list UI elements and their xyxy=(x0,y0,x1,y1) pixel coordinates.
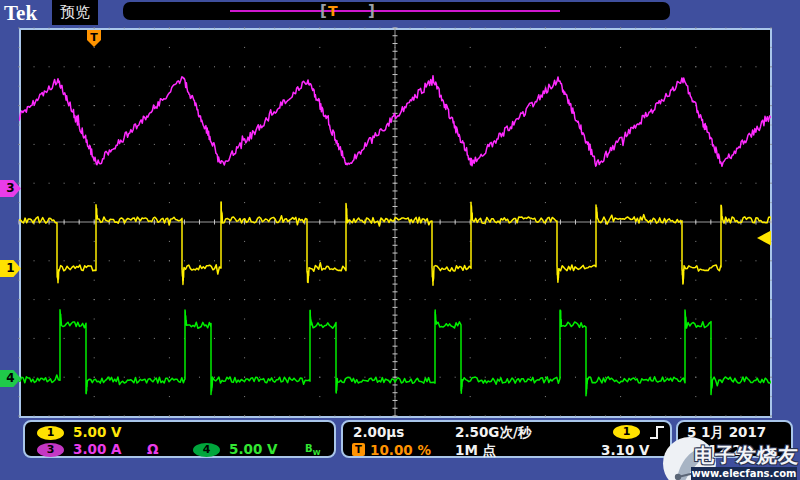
ch1-scale: 5.00 V xyxy=(73,424,121,440)
record-window-close-bracket: ] xyxy=(368,3,375,19)
tek-logo: Tek xyxy=(4,1,37,26)
date-label: 5 1月 2017 xyxy=(687,424,766,442)
waveform-display xyxy=(19,28,772,418)
ch1-badge: 1 xyxy=(37,426,64,440)
ch3-reference-marker: 3 xyxy=(0,180,21,197)
record-waveform-line xyxy=(230,10,560,12)
trigger-level: 3.10 V xyxy=(601,442,649,458)
sample-rate: 2.50G次/秒 xyxy=(455,424,531,442)
ch3-scale: 3.00 A xyxy=(73,441,121,457)
record-window-open-bracket: [ xyxy=(320,3,327,19)
ch3-impedance-indicator: Ω xyxy=(147,441,158,457)
trigger-position-percent: 10.00 % xyxy=(370,442,431,458)
time-label: 12:2 xyxy=(708,442,742,458)
ch4-badge: 4 xyxy=(193,443,220,457)
record-trigger-marker: T xyxy=(328,3,338,19)
record-view-strip: [ T ] xyxy=(123,2,670,20)
channel-scale-panel: 1 5.00 V 3 3.00 A Ω 4 5.00 V BW xyxy=(23,420,336,458)
ch1-reference-marker: 1 xyxy=(0,260,21,277)
horizontal-scale: 2.00μs xyxy=(353,424,404,440)
trigger-source-badge: 1 xyxy=(613,425,640,439)
ch3-badge: 3 xyxy=(37,443,64,457)
horizontal-trigger-panel: 2.00μs T 10.00 % 2.50G次/秒 1M 点 1 3.10 V xyxy=(341,420,672,458)
rising-edge-icon xyxy=(649,425,666,440)
trigger-position-icon: T xyxy=(352,443,365,456)
watermark-url: www.elecfans.com xyxy=(691,467,797,480)
date-time-panel: 5 1月 2017 12:2 xyxy=(676,420,793,458)
ch4-scale: 5.00 V xyxy=(229,441,277,457)
acquisition-status: 预览 xyxy=(52,0,98,25)
ch4-reference-marker: 4 xyxy=(0,370,21,387)
record-length: 1M 点 xyxy=(455,442,496,460)
ch4-bandwidth-limit-icon: BW xyxy=(305,443,320,457)
